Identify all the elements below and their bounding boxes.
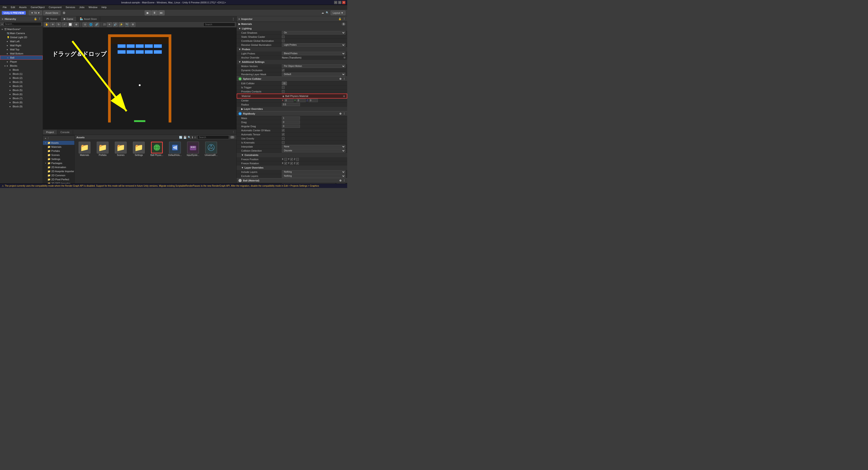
hier-main-camera[interactable]: 📷 Main Camera [0, 31, 43, 35]
pivot-btn[interactable]: ⊙ [83, 22, 88, 27]
asset-input-system[interactable]: InputSyste... [185, 142, 201, 157]
is-kinematic-check[interactable] [282, 141, 285, 144]
auto-center-check[interactable] [282, 129, 285, 132]
asset-scenes-folder[interactable]: 📁 Scenes [113, 142, 129, 157]
asset-prefabs-folder[interactable]: 📁 Prefabs [94, 142, 111, 157]
ball-material-header[interactable]: Ball (Material) ⚙ ⋮ [237, 178, 347, 183]
freeze-pos-z-check[interactable] [296, 158, 299, 161]
edit-collider-btn[interactable]: ⊡ [282, 82, 287, 85]
scene-camera-btn[interactable]: 📷 [125, 22, 129, 27]
hier-wall-top[interactable]: ■ Wall Top [0, 48, 43, 52]
inspector-lock-icon[interactable]: 🔓 [338, 18, 342, 20]
menu-edit[interactable]: Edit [9, 5, 17, 9]
tab-game[interactable]: ▶ Game [61, 17, 76, 21]
minimize-btn[interactable]: ─ [334, 1, 337, 4]
hier-mainscene[interactable]: ▶ 🎬 MainScene* [0, 27, 43, 31]
probes-section-header[interactable]: ▼ Probes [237, 47, 347, 52]
menu-help[interactable]: Help [100, 5, 108, 9]
asset-materials-folder[interactable]: 📁 Materials [76, 142, 93, 157]
tree-prefabs[interactable]: 📁 Prefabs [43, 149, 74, 153]
rotate-tool-btn[interactable]: ↻ [56, 22, 61, 27]
assets-save-icon[interactable]: 💾 [183, 136, 187, 139]
hier-block-4[interactable]: ■ Block (4) [0, 84, 43, 88]
sphere-collider-settings-icon[interactable]: ⚙ [339, 77, 342, 81]
hand-tool-btn[interactable]: ✋ [44, 22, 49, 27]
center-y-input[interactable] [297, 99, 306, 102]
menu-gameobject[interactable]: GameObject [29, 5, 46, 9]
settings-icon[interactable]: ⚙ [63, 11, 66, 15]
menu-component[interactable]: Component [47, 5, 63, 9]
mass-input[interactable] [282, 116, 300, 120]
dynamic-occlusion-check[interactable] [282, 69, 285, 72]
global-btn[interactable]: 🌐 [88, 22, 93, 27]
is-trigger-check[interactable] [282, 86, 285, 89]
menu-window[interactable]: Window [87, 5, 99, 9]
center-z-input[interactable] [309, 99, 318, 102]
tree-scenes[interactable]: 📁 Scenes [43, 153, 74, 157]
bottom-options-icon[interactable]: ⋮ [232, 131, 237, 133]
provides-contacts-check[interactable] [282, 90, 285, 93]
sphere-collider-header[interactable]: ● Sphere Collider ⚙ ⋮ [237, 76, 347, 81]
search-icon[interactable]: 🔍 [326, 11, 329, 14]
ball-material-more-icon[interactable]: ⋮ [343, 179, 345, 182]
rigidbody-settings-icon[interactable]: ⚙ [339, 112, 342, 115]
menu-jobs[interactable]: Jobs [78, 5, 86, 9]
menu-services[interactable]: Services [64, 5, 77, 9]
layout-btn[interactable]: Layout ▼ [331, 11, 345, 15]
cast-shadows-value[interactable]: OnOffTwo SidedShadows Only [282, 31, 345, 35]
asset-ball-physics[interactable]: Ball Physic... [149, 142, 165, 157]
tab-asset-store[interactable]: 🏪 Asset Store [76, 17, 100, 21]
automatic-tensor-check[interactable] [282, 133, 285, 136]
snap-btn[interactable]: 🔗 [94, 22, 99, 27]
move-tool-btn[interactable]: ✛ [50, 22, 55, 27]
tree-2d-animation[interactable]: 📁 2D Animation [43, 165, 74, 169]
menu-assets[interactable]: Assets [18, 5, 29, 9]
material-link-icon[interactable]: ⊙ [343, 95, 345, 97]
rigidbody-more-icon[interactable]: ⋮ [343, 112, 345, 115]
freeze-pos-y-check[interactable] [290, 158, 293, 161]
hier-wall-right[interactable]: ■ Wall Right [0, 43, 43, 48]
hier-block-6[interactable]: ■ Block (6) [0, 92, 43, 96]
rb-layer-overrides-header[interactable]: ▼ Layer Overrides [237, 165, 347, 170]
hier-block-0[interactable]: ■ Block [0, 68, 43, 72]
sphere-layer-overrides-header[interactable]: ▶ Layer Overrides [237, 107, 347, 111]
hier-global-light[interactable]: 💡 Global Light 2D [0, 35, 43, 39]
asset-universal-r[interactable]: UniversalR... [203, 142, 219, 157]
hier-block-5[interactable]: ■ Block (5) [0, 88, 43, 92]
tree-assets[interactable]: ▼ 📁 Assets [43, 141, 74, 145]
hier-wall-left[interactable]: ■ Wall Left [0, 39, 43, 43]
freeze-rot-x-check[interactable] [284, 162, 287, 165]
project-add-icon[interactable]: + [45, 137, 46, 139]
view-options-icon[interactable]: ⋮ [232, 18, 237, 21]
exclude-layers-value[interactable]: Nothing [282, 174, 345, 178]
hierarchy-add-icon[interactable]: + [1, 23, 3, 26]
hier-ball[interactable]: ○ Ball [0, 56, 43, 60]
tab-scene[interactable]: 🎮 Scene [43, 17, 61, 21]
shader-value[interactable]: Unlit/Color [282, 183, 336, 184]
hierarchy-lock-icon[interactable]: 🔓 [34, 18, 37, 20]
maximize-btn[interactable]: □ [338, 1, 341, 4]
gizmos-btn[interactable]: ⚙ [130, 22, 135, 27]
freeze-rot-z-check[interactable] [296, 162, 299, 165]
rendering-layer-mask-value[interactable]: Default [282, 72, 345, 76]
sphere-collider-more-icon[interactable]: ⋮ [343, 77, 345, 81]
freeze-rot-y-check[interactable] [290, 162, 293, 165]
hier-blocks[interactable]: ▶ ■ Blocks [0, 64, 43, 68]
hier-block-7[interactable]: ■ Block (7) [0, 96, 43, 100]
assets-star-icon[interactable]: ☆ [194, 136, 196, 139]
light-probes-value[interactable]: Blend Probes [282, 52, 345, 55]
interpolate-value[interactable]: None [282, 145, 345, 149]
receive-gi-value[interactable]: Light Probes [282, 43, 345, 47]
constraints-header[interactable]: ▼ Constraints [237, 153, 347, 157]
pause-btn[interactable]: ⏸ [151, 10, 158, 15]
materials-section-header[interactable]: ▶ Materials 1 [237, 22, 347, 26]
scale-tool-btn[interactable]: ⤢ [62, 22, 67, 27]
additional-settings-header[interactable]: ▼ Additional Settings [237, 60, 347, 64]
scene-search-input[interactable] [204, 23, 235, 26]
use-gravity-check[interactable] [282, 137, 285, 140]
static-shadow-caster-check[interactable] [282, 35, 285, 38]
account-btn[interactable]: ▼ TA ▼ [29, 11, 42, 15]
hier-wall-bottom[interactable]: ■ Wall Bottom [0, 52, 43, 56]
scene-view[interactable]: ドラッグ＆ドロップ [43, 28, 237, 129]
contribute-gi-check[interactable] [282, 39, 285, 42]
